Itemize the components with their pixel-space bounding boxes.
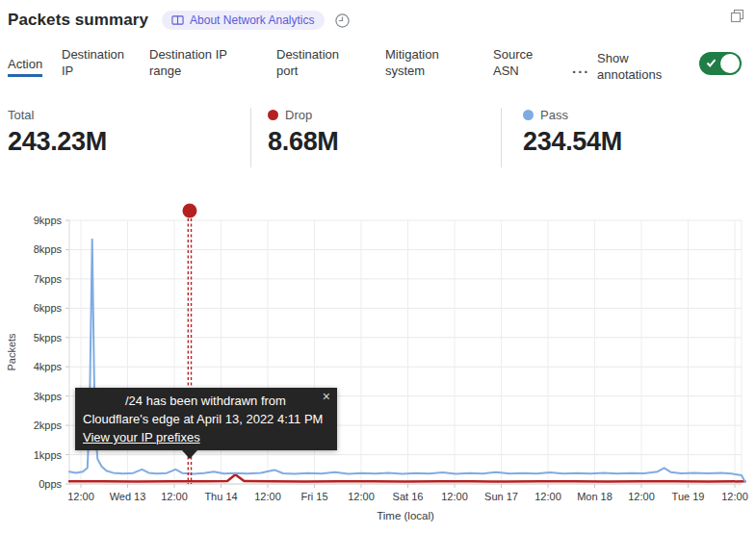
toggle-knob: [720, 54, 740, 73]
tab-label: Destination IP: [62, 47, 124, 78]
show-annotations-label: Show annotations: [597, 50, 674, 83]
stat-pass[interactable]: Pass234.54M: [523, 108, 622, 157]
badge-label: About Network Analytics: [190, 14, 314, 26]
stat-divider: [501, 108, 502, 167]
x-tick-label: Fri 15: [300, 491, 327, 502]
tab-label: Destination IP range: [149, 47, 227, 78]
check-icon: [706, 58, 717, 68]
popout-icon[interactable]: [729, 8, 746, 25]
stat-value: 234.54M: [523, 127, 622, 157]
y-tick-label: 6kpps: [34, 302, 63, 314]
x-tick-label: Thu 14: [204, 491, 237, 502]
packets-chart[interactable]: 0pps1kpps2kpps3kpps4kpps5kpps6kpps7kpps8…: [0, 192, 756, 534]
x-tick-label: Wed 13: [110, 491, 146, 502]
tab-mitigation-system[interactable]: Mitigation system: [385, 46, 456, 79]
tab-destination-ip-range[interactable]: Destination IP range: [149, 46, 242, 79]
stat-total[interactable]: Total243.23M: [8, 108, 107, 157]
x-tick-label: 12:00: [628, 491, 655, 502]
x-tick-label: 12:00: [254, 491, 281, 502]
tab-action[interactable]: Action: [8, 56, 65, 72]
dimension-tabs: ActionDestination IPDestination IP range…: [0, 42, 756, 92]
x-axis-title: Time (local): [377, 510, 434, 521]
x-tick-label: Sun 17: [484, 491, 518, 502]
x-tick-label: Sat 16: [393, 491, 424, 502]
close-icon[interactable]: ×: [323, 390, 330, 403]
tab-destination-port[interactable]: Destination port: [276, 46, 353, 79]
stat-label: Drop: [285, 108, 312, 122]
stat-label: Total: [8, 108, 34, 122]
y-tick-label: 3kpps: [34, 391, 63, 402]
tab-label: Mitigation system: [385, 47, 439, 78]
y-tick-label: 4kpps: [34, 361, 63, 372]
y-tick-label: 9kpps: [34, 215, 63, 226]
stat-drop[interactable]: Drop8.68M: [268, 108, 339, 157]
stats-row: Total243.23MDrop8.68MPass234.54M: [0, 102, 756, 173]
y-tick-label: 1kpps: [34, 449, 63, 461]
stat-divider: [250, 108, 251, 167]
tooltip-arrow: [182, 450, 197, 459]
series-line-drop: [69, 474, 745, 481]
y-tick-label: 0pps: [39, 478, 62, 490]
legend-dot-pass: [523, 110, 534, 120]
x-tick-label: 12:00: [534, 491, 561, 502]
tooltip-line2: Cloudflare's edge at April 13, 2022 4:11…: [83, 410, 329, 428]
x-tick-label: 12:00: [161, 491, 188, 502]
show-annotations-toggle[interactable]: [699, 52, 742, 75]
history-clock-icon[interactable]: [334, 13, 351, 29]
legend-dot-drop: [268, 110, 278, 120]
tab-destination-ip[interactable]: Destination IP: [62, 46, 137, 79]
x-tick-label: 12:00: [67, 491, 94, 502]
tab-label: Destination port: [276, 47, 339, 78]
tab-source-asn[interactable]: Source ASN: [493, 46, 545, 79]
tab-label: Action: [8, 57, 42, 77]
about-network-analytics-badge[interactable]: About Network Analytics: [162, 11, 324, 30]
x-tick-label: Tue 19: [672, 491, 705, 502]
view-ip-prefixes-link[interactable]: View your IP prefixes: [83, 430, 200, 445]
page-title: Packets summary: [8, 11, 148, 30]
x-tick-label: 12:00: [721, 491, 748, 502]
y-tick-label: 5kpps: [34, 332, 63, 343]
annotation-dot[interactable]: [182, 204, 196, 218]
x-tick-label: 12:00: [348, 491, 375, 502]
y-axis-title: Packets: [6, 333, 17, 371]
x-tick-label: Mon 18: [577, 491, 613, 502]
tab-label: Source ASN: [493, 47, 533, 78]
annotation-tooltip: × /24 has been withdrawn from Cloudflare…: [75, 388, 337, 450]
book-icon: [171, 14, 184, 26]
stat-value: 8.68M: [268, 127, 339, 157]
more-tabs-button[interactable]: ...: [572, 60, 590, 76]
x-tick-label: 12:00: [441, 491, 468, 502]
y-tick-label: 7kpps: [34, 273, 63, 285]
stat-value: 243.23M: [8, 127, 107, 157]
y-tick-label: 2kpps: [34, 420, 63, 431]
stat-label: Pass: [540, 108, 568, 122]
panel-header: Packets summary About Network Analytics: [8, 8, 748, 33]
y-tick-label: 8kpps: [34, 243, 63, 255]
tooltip-line1: /24 has been withdrawn from: [83, 392, 329, 410]
